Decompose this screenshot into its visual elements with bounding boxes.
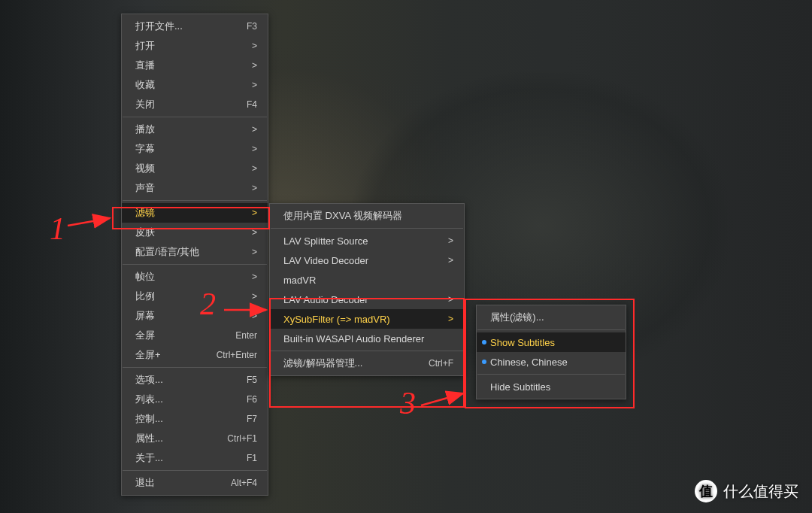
menu-item-label: XySubFilter (=> madVR): [283, 314, 396, 325]
menu-config-lang[interactable]: 配置/语言/其他>: [122, 242, 268, 262]
menu-frame[interactable]: 帧位>: [122, 267, 268, 287]
menu-item-label: 滤镜/解码器管理...: [283, 357, 396, 370]
menu-filter-properties[interactable]: 属性(滤镜)...: [477, 308, 626, 327]
menu-item-label: 屏幕: [135, 309, 200, 323]
menu-item-label: 配置/语言/其他: [135, 245, 200, 259]
viewport: 打开文件...F3打开>直播>收藏>关闭F4播放>字幕>视频>声音>滤镜>皮肤>…: [0, 0, 812, 513]
menu-separator: [123, 200, 267, 201]
menu-item-label: 帧位: [135, 270, 200, 284]
menu-item-shortcut: F7: [218, 414, 257, 424]
menu-separator: [123, 367, 267, 368]
submenu-arrow-icon: >: [414, 294, 453, 305]
submenu-arrow-icon: >: [218, 227, 257, 238]
radio-dot-icon: [482, 360, 486, 364]
menu-separator: [271, 228, 463, 229]
radio-dot-icon: [482, 340, 486, 345]
menu-video[interactable]: 视频>: [122, 159, 268, 178]
menu-lav-video[interactable]: LAV Video Decoder>: [270, 250, 464, 270]
menu-item-shortcut: F6: [218, 394, 257, 405]
menu-item-shortcut: F1: [218, 453, 257, 463]
menu-lav-splitter[interactable]: LAV Splitter Source>: [270, 231, 464, 250]
menu-skin[interactable]: 皮肤>: [122, 223, 268, 242]
submenu-arrow-icon: >: [218, 208, 257, 218]
menu-fullscreen[interactable]: 全屏Enter: [122, 326, 268, 345]
menu-item-label: 播放: [135, 123, 200, 136]
menu-separator: [123, 117, 267, 117]
menu-item-label: 关闭: [135, 98, 200, 111]
submenu-arrow-icon: >: [218, 163, 257, 174]
submenu-arrow-icon: >: [218, 183, 257, 193]
menu-item-label: 收藏: [135, 78, 200, 92]
menu-playback[interactable]: 播放>: [122, 120, 268, 139]
menu-control[interactable]: 控制...F7: [122, 409, 268, 429]
menu-item-shortcut: F4: [218, 99, 257, 110]
menu-subtitles[interactable]: 字幕>: [122, 139, 268, 159]
menu-separator: [123, 470, 267, 471]
submenu-filters[interactable]: 使用内置 DXVA 视频解码器LAV Splitter Source>LAV V…: [269, 203, 465, 376]
menu-item-label: 比例: [135, 290, 200, 303]
menu-screen[interactable]: 屏幕>: [122, 306, 268, 326]
submenu-arrow-icon: >: [218, 291, 257, 302]
menu-item-label: 打开: [135, 39, 200, 53]
menu-item-label: 全屏: [135, 329, 200, 342]
menu-item-label: LAV Audio Decoder: [283, 294, 396, 305]
submenu-arrow-icon: >: [218, 41, 257, 51]
submenu-xysubfilter[interactable]: 属性(滤镜)...Show SubtitlesChinese, ChineseH…: [476, 305, 626, 399]
menu-item-label: 字幕: [135, 142, 200, 156]
menu-item-label: madVR: [283, 275, 453, 286]
menu-playlist[interactable]: 列表...F6: [122, 390, 268, 409]
watermark: 值 什么值得买: [695, 480, 798, 502]
menu-item-label: 属性(滤镜)...: [490, 311, 615, 324]
menu-fullscreen-plus[interactable]: 全屏+Ctrl+Enter: [122, 345, 268, 365]
menu-show-subtitles[interactable]: Show Subtitles: [477, 332, 626, 352]
menu-separator: [477, 374, 625, 375]
menu-xysubfilter[interactable]: XySubFilter (=> madVR)>: [270, 309, 464, 329]
menu-open[interactable]: 打开>: [122, 36, 268, 56]
context-menu-main[interactable]: 打开文件...F3打开>直播>收藏>关闭F4播放>字幕>视频>声音>滤镜>皮肤>…: [121, 14, 268, 496]
menu-filters[interactable]: 滤镜>: [122, 203, 268, 223]
submenu-arrow-icon: >: [218, 124, 257, 135]
menu-live[interactable]: 直播>: [122, 56, 268, 75]
submenu-arrow-icon: >: [218, 247, 257, 257]
menu-item-label: 控制...: [135, 412, 200, 426]
menu-filter-decoder-manage[interactable]: 滤镜/解码器管理...Ctrl+F: [270, 354, 464, 373]
menu-item-label: LAV Splitter Source: [283, 235, 396, 247]
menu-item-label: LAV Video Decoder: [283, 255, 396, 266]
menu-use-dxva[interactable]: 使用内置 DXVA 视频解码器: [270, 206, 464, 226]
menu-chinese[interactable]: Chinese, Chinese: [477, 352, 626, 372]
menu-separator: [477, 329, 625, 330]
watermark-badge: 值: [695, 480, 717, 502]
menu-item-label: 退出: [135, 476, 200, 490]
menu-favorites[interactable]: 收藏>: [122, 75, 268, 95]
submenu-arrow-icon: >: [414, 235, 453, 246]
menu-item-label: Chinese, Chinese: [490, 357, 615, 368]
menu-item-label: Built-in WASAPI Audio Renderer: [283, 333, 424, 345]
menu-item-label: 直播: [135, 59, 200, 72]
menu-item-label: 关于...: [135, 451, 200, 465]
menu-hide-subtitles[interactable]: Hide Subtitles: [477, 377, 626, 396]
menu-about[interactable]: 关于...F1: [122, 448, 268, 468]
menu-lav-audio[interactable]: LAV Audio Decoder>: [270, 290, 464, 309]
menu-item-shortcut: Ctrl+F1: [218, 433, 257, 444]
menu-item-shortcut: Ctrl+F: [414, 358, 453, 369]
menu-item-label: 列表...: [135, 393, 200, 406]
menu-item-label: Hide Subtitles: [490, 381, 615, 393]
menu-item-label: 声音: [135, 181, 200, 195]
menu-options[interactable]: 选项...F5: [122, 370, 268, 390]
menu-wasapi[interactable]: Built-in WASAPI Audio Renderer>: [270, 329, 464, 348]
submenu-arrow-icon: >: [218, 311, 257, 321]
menu-item-label: 属性...: [135, 432, 200, 445]
submenu-arrow-icon: >: [414, 255, 453, 266]
menu-aspect[interactable]: 比例>: [122, 287, 268, 306]
menu-open-file[interactable]: 打开文件...F3: [122, 17, 268, 36]
menu-separator: [271, 351, 463, 351]
menu-close[interactable]: 关闭F4: [122, 95, 268, 114]
menu-properties[interactable]: 属性...Ctrl+F1: [122, 429, 268, 448]
menu-exit[interactable]: 退出Alt+F4: [122, 473, 268, 493]
menu-madvr[interactable]: madVR: [270, 270, 464, 290]
menu-audio[interactable]: 声音>: [122, 178, 268, 198]
watermark-text: 什么值得买: [723, 481, 798, 502]
menu-item-label: 视频: [135, 162, 200, 175]
menu-item-label: 滤镜: [135, 206, 200, 220]
menu-item-label: 皮肤: [135, 226, 200, 239]
